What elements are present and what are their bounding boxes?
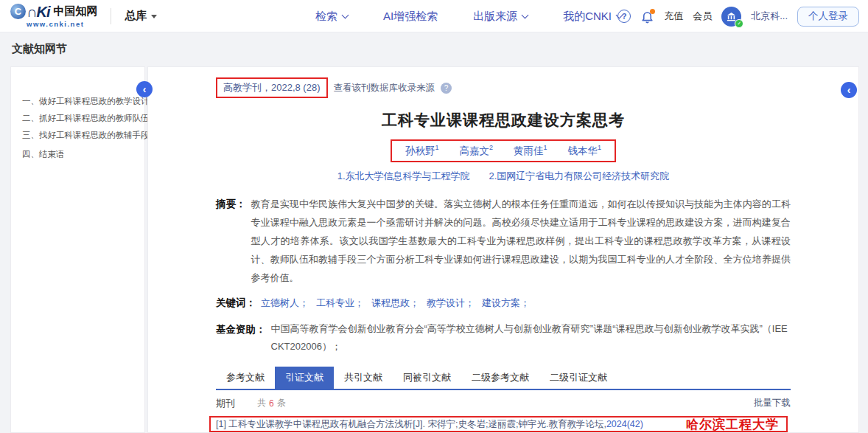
nav-search[interactable]: 检索 [315,10,348,24]
tab-references[interactable]: 参考文献 [216,367,275,389]
personal-login-button[interactable]: 个人登录 [797,7,859,27]
funding-label: 基金资助： [216,320,266,356]
cnki-url: www.cnki.net [27,21,97,28]
library-dropdown[interactable]: 总库 [125,9,157,23]
nav-my-cnki-label: 我的CNKI [563,10,612,24]
count-number: 6 [269,398,274,409]
cnki-chinese-name: 中国知网 [53,6,97,17]
keyword-link[interactable]: 课程思政； [371,294,419,312]
cnki-wordmark: ∩Ki [27,4,49,19]
citation-link[interactable]: [1] 工科专业课教学中课程思政有机融合方法浅析[J]. 宋得宁;史冬岩;逯丽霞… [216,418,606,431]
author-link[interactable]: 孙秋野1 [405,144,439,158]
keyword-link[interactable]: 工科专业； [316,294,364,312]
outline-item-2[interactable]: 二、抓好工科课程思政的教师队伍 [22,112,140,124]
keywords-list: 立德树人； 工科专业； 课程思政； 教学设计； 建设方案； [261,294,530,312]
member-link[interactable]: 会员 [693,10,712,23]
count-prefix: 共 [257,397,266,409]
annotation-box-source: 高教学刊，2022,8 (28) [216,77,328,98]
article-title: 工科专业课课程思政建设方案思考 [216,110,791,131]
author-name: 孙秋野 [405,145,435,156]
count-suffix: 条 [277,397,286,409]
author-affil-sup: 1 [435,144,438,151]
source-row: 高教学刊，2022,8 (28) 查看该刊数据库收录来源 ? [216,77,791,98]
org-name[interactable]: 北京科... [751,10,788,23]
caret-down-icon [151,15,157,18]
verified-check-icon: ✓ [735,19,743,28]
notification-dot [650,9,655,14]
nav-ai-search[interactable]: AI增强检索 [383,10,438,24]
tab-citing-articles[interactable]: 引证文献 [275,367,334,389]
article-panel: ‹ 高教学刊，2022,8 (28) 查看该刊数据库收录来源 ? 工科专业课课程… [147,66,859,433]
outline-item-3[interactable]: 三、找好工科课程思政的教辅手段 [22,129,140,141]
affiliation-link-1[interactable]: 1.东北大学信息科学与工程学院 [337,170,470,183]
nav-center: 检索 AI增强检索 出版来源 我的CNKI [315,0,622,32]
chevron-down-icon [522,11,529,18]
annotation-box-authors: 孙秋野1 高嘉文2 黄雨佳1 钱本华1 [391,139,616,162]
recharge-link[interactable]: 充值 [664,10,683,23]
journal-source-link[interactable]: 高教学刊，2022,8 (28) [223,82,321,93]
author-affil-sup: 1 [544,144,547,151]
citation-year-link[interactable]: 2024(42) [606,419,643,429]
keyword-link[interactable]: 立德树人； [261,294,309,312]
page-title: 文献知网节 [12,42,67,56]
nav-my-cnki[interactable]: 我的CNKI [563,10,622,24]
citation-list-header: 期刊 共 6 条 批量下载 [216,397,791,410]
cnki-logo[interactable]: C ∩Ki 中国知网 www.cnki.net [10,4,97,28]
cnki-globe-icon: C [10,4,26,19]
nav-sources-label: 出版来源 [473,10,517,24]
nav-publication-sources[interactable]: 出版来源 [473,10,528,24]
affiliations-row: 1.东北大学信息科学与工程学院 2.国网辽宁省电力有限公司经济技术研究院 [216,170,791,183]
author-name: 钱本华 [568,145,598,156]
outline-list: 一、做好工科课程思政的教学设计 二、抓好工科课程思政的教师队伍 三、找好工科课程… [11,67,144,160]
abstract-block: 摘要： 教育是实现中华民族伟大复兴中国梦的关键。落实立德树人的根本任务任重而道远… [216,195,791,287]
tab-co-citing[interactable]: 同被引文献 [393,367,461,389]
author-affil-sup: 1 [598,144,601,151]
help-icon[interactable]: ? [617,10,631,23]
abstract-text: 教育是实现中华民族伟大复兴中国梦的关键。落实立德树人的根本任务任重而道远，如何在… [251,195,791,287]
keywords-label: 关键词： [216,294,256,312]
tab-co-cited[interactable]: 共引文献 [334,367,393,389]
top-navbar: C ∩Ki 中国知网 www.cnki.net 总库 检索 AI增强检索 出版来… [0,0,868,32]
outline-sidebar: 一、做好工科课程思政的教学设计 二、抓好工科课程思政的教师队伍 三、找好工科课程… [10,66,145,433]
right-panel-collapse-button[interactable]: ‹ [841,82,857,98]
journal-type-label: 期刊 [216,397,235,410]
keywords-block: 关键词： 立德树人； 工科专业； 课程思政； 教学设计； 建设方案； [216,294,791,312]
journal-db-source-link[interactable]: 查看该刊数据库收录来源 [334,82,435,94]
citation-tabs: 参考文献 引证文献 共引文献 同被引文献 二级参考文献 二级引证文献 [216,367,791,390]
org-avatar[interactable]: ✓ [721,7,741,27]
sidebar-collapse-button[interactable]: ‹ [136,81,153,97]
authors-row: 孙秋野1 高嘉文2 黄雨佳1 钱本华1 [216,139,791,162]
tab-secondary-references[interactable]: 二级参考文献 [461,367,539,389]
notification-bell-icon[interactable] [640,10,654,24]
nav-ai-search-label: AI增强检索 [383,10,438,24]
chevron-left-icon: ‹ [143,84,147,94]
funding-text: 中国高等教育学会创新创业教育分会“高等学校立德树人与创新创业教育研究”课题“课程… [271,320,791,356]
abstract-label: 摘要： [216,195,246,287]
citation-count: 共 6 条 [257,397,286,409]
outline-item-1[interactable]: 一、做好工科课程思政的教学设计 [22,95,140,107]
author-name: 高嘉文 [459,145,489,156]
author-link[interactable]: 高嘉文2 [459,144,493,158]
funding-block: 基金资助： 中国高等教育学会创新创业教育分会“高等学校立德树人与创新创业教育研究… [216,320,791,356]
author-link[interactable]: 黄雨佳1 [514,144,547,158]
keyword-link[interactable]: 建设方案； [482,294,530,312]
author-affil-sup: 2 [489,144,493,151]
annotation-label-university: 哈尔滨工程大学 [686,416,779,433]
library-label: 总库 [125,9,147,23]
annotation-box-citation-1: [1] 工科专业课教学中课程思政有机融合方法浅析[J]. 宋得宁;史冬岩;逯丽霞… [209,416,788,432]
author-link[interactable]: 钱本华1 [568,144,602,158]
nav-right: ? 充值 会员 ✓ 北京科... 个人登录 [617,0,859,32]
batch-download-button[interactable]: 批量下载 [754,397,791,409]
affiliation-link-2[interactable]: 2.国网辽宁省电力有限公司经济技术研究院 [489,170,670,183]
divider [111,8,111,24]
chevron-down-icon [342,11,349,18]
chevron-left-icon: ‹ [847,85,851,95]
question-help-icon[interactable]: ? [441,83,452,94]
citation-list: [1] 工科专业课教学中课程思政有机融合方法浅析[J]. 宋得宁;史冬岩;逯丽霞… [216,416,791,433]
nav-search-label: 检索 [315,10,337,24]
outline-item-4[interactable]: 四、结束语 [22,148,140,160]
author-name: 黄雨佳 [514,145,544,156]
tab-secondary-citing[interactable]: 二级引证文献 [539,367,617,389]
keyword-link[interactable]: 教学设计； [427,294,475,312]
citation-row-1: [1] 工科专业课教学中课程思政有机融合方法浅析[J]. 宋得宁;史冬岩;逯丽霞… [216,416,791,433]
